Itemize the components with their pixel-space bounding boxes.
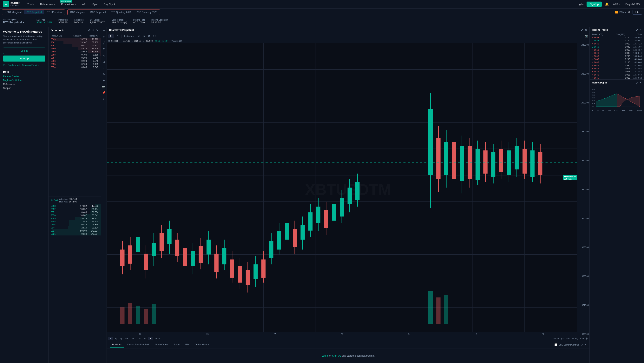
period-5y[interactable]: 5y (114, 337, 118, 340)
chart-container[interactable]: XBTUSDTM XBTUSDTM9654.31 (107, 43, 590, 336)
crosshair-tool[interactable]: ✛ (102, 28, 106, 33)
chart-redo[interactable]: ↪ (143, 34, 145, 38)
timeframe-1h[interactable]: 1h (108, 34, 114, 38)
prompt-login-link[interactable]: Log In (322, 354, 328, 357)
nav-spot[interactable]: Spot (91, 2, 99, 6)
period-1d[interactable]: 1d (148, 337, 152, 340)
indicators-button[interactable]: Indicators (123, 34, 135, 38)
ob-buy-row[interactable]: 9648 17.043 96.800 (48, 220, 101, 223)
market-depth-close[interactable]: ✕ (639, 81, 642, 84)
help-support[interactable]: Support (3, 87, 45, 90)
text-tool[interactable]: T (102, 47, 106, 52)
tab-usdt-margined[interactable]: USDT Margined (2, 10, 24, 14)
period-5d[interactable]: 5d (142, 337, 147, 340)
chart-collapse-btn[interactable]: ▼ (108, 337, 113, 340)
tab-btc-margined[interactable]: BTC Margined (68, 10, 88, 14)
ob-sell-row[interactable]: 9659 18.560 19.695 (48, 50, 101, 53)
tab-open-orders[interactable]: Open Orders (153, 342, 171, 348)
app-download[interactable]: APP ↓ (612, 2, 621, 6)
help-references[interactable]: References (3, 83, 45, 86)
period-1y[interactable]: 1y (119, 337, 124, 340)
camera-icon[interactable]: 📷 (102, 84, 106, 89)
chart-fullscreen[interactable]: ⛶ (153, 34, 156, 38)
ob-buy-row[interactable]: 9627 50.000 149.324 (48, 229, 101, 232)
pencil2-tool[interactable]: ✎ (102, 72, 106, 76)
tab-closed-pnl[interactable]: Closed Positions PNL (125, 342, 152, 348)
chart-close-icon[interactable]: ✕ (585, 28, 587, 32)
measure-tool[interactable]: ⤡ (102, 53, 106, 58)
ticker-symbol[interactable]: USDTMargined BTC Perpetual ▾ (3, 19, 30, 24)
logo[interactable]: KC KUCOIN FUTURES (3, 1, 20, 8)
more-tools[interactable]: ▾ (102, 97, 106, 101)
tab-btc-perpetual-2[interactable]: BTC Perpetual (88, 10, 108, 14)
ob-buy-row[interactable]: 9621 0.030 149.354 (48, 232, 101, 236)
ob-sell-row[interactable]: 9656 0.100 0.245 (48, 60, 101, 62)
lite-button[interactable]: Lite (632, 10, 642, 14)
back-tool[interactable]: ← (102, 66, 106, 70)
ob-buy-row[interactable]: 9644 2.510 99.324 (48, 226, 101, 229)
pattern-tool[interactable]: ⊞ (102, 60, 106, 64)
chart-settings[interactable]: ⚙ (148, 34, 150, 38)
notifications-icon[interactable]: 🔔 (605, 2, 609, 6)
ob-buy-row[interactable]: 9650 18.807 50.341 (48, 214, 101, 217)
ob-buy-row[interactable]: 9653 17.882 17.882 (48, 204, 101, 208)
chart-log-toggle[interactable]: log (575, 338, 578, 340)
prompt-signup-link[interactable]: Sign Up (332, 354, 341, 357)
ob-sell-row[interactable]: 9655 0.100 0.145 (48, 62, 101, 66)
ticker-dropdown-icon[interactable]: ▾ (23, 21, 24, 24)
ob-sell-row[interactable]: 9663 13.973 71.212 (48, 38, 101, 41)
market-depth-expand[interactable]: ⤢ (636, 81, 638, 84)
orderbook-settings-icon[interactable]: ⚙ (88, 29, 91, 32)
ob-sell-row[interactable]: 9654 0.045 0.045 (48, 66, 101, 69)
ob-sell-row[interactable]: 9660 14.410 34.105 (48, 47, 101, 50)
line-tool[interactable]: ╱ (102, 41, 106, 46)
period-1m[interactable]: 1m (136, 337, 142, 340)
recent-trades-close[interactable]: ✕ (639, 28, 642, 32)
period-3m[interactable]: 3m (130, 337, 136, 340)
language-selector[interactable]: English/USD (624, 2, 641, 6)
orderbook-expand-icon[interactable]: ⤢ (92, 29, 94, 32)
orderbook-close-icon[interactable]: ✕ (96, 29, 98, 32)
sidebar-signup-button[interactable]: Sign Up (3, 56, 45, 62)
goto-button[interactable]: Go to... (153, 337, 163, 340)
pin-tool[interactable]: 📌 (102, 90, 106, 95)
ob-sell-row[interactable]: 9661 10.027 44.132 (48, 44, 101, 47)
only-current-contract-checkbox[interactable] (554, 344, 557, 346)
period-6m[interactable]: 6m (124, 337, 130, 340)
chart-percent-toggle[interactable]: % (572, 338, 574, 340)
tab-btc-quarterly-0925[interactable]: BTC Quarterly 0925 (134, 10, 160, 14)
ob-sell-row[interactable]: 9658 0.790 1.135 (48, 53, 101, 56)
ob-buy-row[interactable]: 9646 0.014 96.814 (48, 223, 101, 226)
chart-auto-toggle[interactable]: auto (580, 338, 584, 340)
chart-expand-icon[interactable]: ⤢ (581, 28, 583, 32)
bottom-expand-icon[interactable]: ⤢ (581, 344, 583, 346)
chart-screenshot-icon[interactable]: 📷 (585, 35, 588, 38)
chart-undo[interactable]: ↩ (138, 34, 140, 38)
tab-positions[interactable]: Positions (110, 342, 124, 348)
nav-trade[interactable]: Trade (26, 2, 35, 6)
tab-btc-quarterly-0626[interactable]: BTC Quarterly 0626 (108, 10, 134, 14)
ob-buy-row[interactable]: 9651 0.400 31.534 (48, 210, 101, 214)
pencil-tool[interactable]: ✏ (102, 34, 106, 39)
nav-buy-crypto[interactable]: Buy Crypto (103, 2, 118, 6)
help-beginners-guides[interactable]: Beginner"s Guides (3, 79, 45, 82)
chart-extra-settings[interactable]: ⚙ (586, 337, 588, 340)
signup-button[interactable]: Sign Up (586, 2, 602, 7)
sidebar-login-button[interactable]: Log In (3, 48, 45, 54)
recent-trades-expand[interactable]: ⤢ (636, 28, 638, 32)
help-futures-guides[interactable]: Futures Guides (3, 75, 45, 78)
tab-btc-perpetual-1[interactable]: BTC Perpetual (24, 10, 44, 14)
zoom-tool[interactable]: ⊕ (102, 78, 106, 83)
tab-order-history[interactable]: Order History (192, 342, 211, 348)
nav-references[interactable]: References ▾ (39, 2, 56, 6)
nav-promotions[interactable]: Brand Upgrade Promotions ▾ (60, 2, 77, 6)
ob-sell-row[interactable]: 9657 0.100 0.345 (48, 56, 101, 60)
login-link[interactable]: Log In (576, 3, 584, 6)
nav-api[interactable]: API (81, 2, 87, 6)
ob-buy-row[interactable]: 9649 29.416 79.757 (48, 217, 101, 220)
sandbox-link[interactable]: Visit Sandbox to try Simulated Trading (3, 64, 45, 66)
tab-fills[interactable]: Fills (183, 342, 192, 348)
settings-icon[interactable]: ⚙ (628, 11, 630, 14)
tab-eth-perpetual[interactable]: ETH Perpetual (45, 10, 65, 14)
tab-stops[interactable]: Stops (172, 342, 182, 348)
